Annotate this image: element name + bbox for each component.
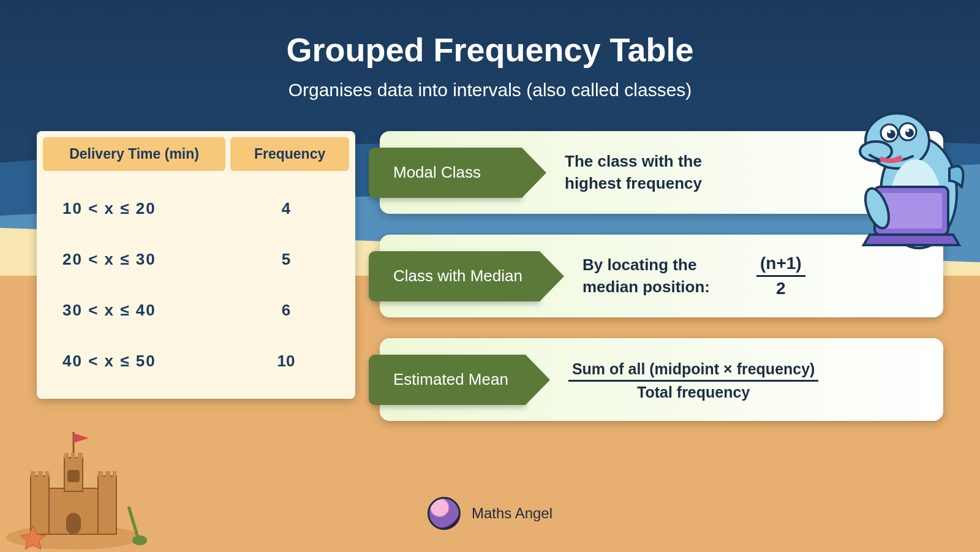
frequency-cell: 6	[234, 301, 338, 320]
fraction-numerator: (n+1)	[756, 254, 805, 273]
brand-name: Maths Angel	[472, 505, 552, 522]
fraction-line	[568, 380, 819, 382]
svg-point-9	[907, 129, 910, 132]
fraction-numerator: Sum of all (midpoint × frequency)	[568, 360, 819, 378]
interval-cell: 40 < x ≤ 50	[54, 352, 229, 371]
page-title: Grouped Frequency Table	[37, 31, 943, 69]
svg-rect-23	[113, 471, 116, 477]
page-subtitle: Organises data into intervals (also call…	[37, 80, 943, 100]
table-header-frequency: Frequency	[230, 137, 349, 171]
table-row: 30 < x ≤ 40 6	[49, 285, 343, 336]
modal-class-text: The class with the highest frequency	[565, 151, 755, 194]
frequency-table: Delivery Time (min) Frequency 10 < x ≤ 2…	[37, 131, 355, 399]
table-header-interval: Delivery Time (min)	[43, 137, 225, 171]
mascot-dolphin-icon	[833, 101, 974, 263]
svg-rect-20	[45, 471, 49, 477]
svg-rect-18	[31, 471, 36, 477]
frequency-cell: 4	[234, 199, 338, 218]
svg-point-31	[132, 535, 147, 545]
frequency-cell: 5	[234, 250, 338, 269]
interval-cell: 10 < x ≤ 20	[54, 199, 229, 218]
interval-cell: 30 < x ≤ 40	[54, 301, 229, 320]
svg-rect-24	[64, 453, 69, 459]
brand-footer: Maths Angel	[428, 497, 552, 530]
svg-rect-22	[105, 471, 110, 477]
svg-rect-16	[98, 476, 116, 534]
frequency-cell: 10	[234, 352, 338, 371]
svg-rect-11	[881, 193, 942, 229]
svg-rect-15	[31, 476, 49, 534]
svg-rect-25	[71, 453, 75, 459]
estimated-mean-label: Estimated Mean	[393, 370, 508, 389]
brand-avatar-icon	[428, 497, 461, 530]
table-row: 20 < x ≤ 30 5	[49, 234, 343, 285]
arrow-label: Estimated Mean	[369, 355, 526, 405]
median-formula: (n+1) 2	[756, 254, 805, 298]
svg-rect-29	[67, 470, 80, 482]
arrow-label: Class with Median	[369, 251, 540, 301]
sandcastle-icon	[6, 421, 153, 552]
fraction-denominator: Total frequency	[633, 384, 753, 401]
interval-cell: 20 < x ≤ 30	[54, 250, 229, 269]
median-class-text: By locating the median position:	[582, 254, 742, 297]
mean-formula: Sum of all (midpoint × frequency) Total …	[568, 360, 819, 401]
table-row: 40 < x ≤ 50 10	[49, 336, 343, 387]
median-class-label: Class with Median	[393, 267, 522, 285]
svg-rect-28	[66, 513, 81, 534]
svg-rect-21	[98, 471, 103, 477]
fraction-denominator: 2	[772, 279, 790, 298]
svg-rect-19	[38, 471, 43, 477]
fraction-line	[756, 275, 805, 277]
arrow-label: Modal Class	[369, 148, 522, 198]
svg-point-8	[888, 130, 891, 134]
modal-class-label: Modal Class	[393, 163, 481, 182]
svg-rect-26	[78, 453, 83, 459]
estimated-mean-card: Estimated Mean Sum of all (midpoint × fr…	[380, 338, 943, 421]
table-row: 10 < x ≤ 20 4	[49, 183, 343, 234]
